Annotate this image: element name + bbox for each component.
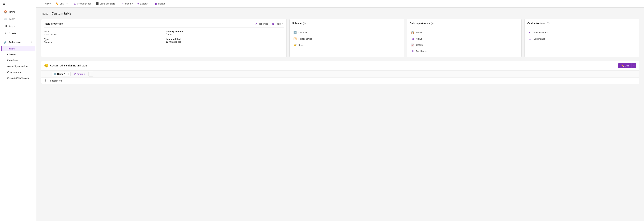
export-icon: ➡ bbox=[137, 2, 139, 5]
bottom-edit-button[interactable]: ✏️ Edit bbox=[618, 63, 632, 68]
sidebar: ☰ 🏠 Home 📖 Learn ⊞ Apps ＋ Create 🔗 Datav… bbox=[0, 0, 36, 221]
breadcrumb-current: Custom table bbox=[52, 12, 71, 16]
tools-icon: 🗂 bbox=[272, 22, 274, 25]
sidebar-sub-item-azure-synapse[interactable]: Azure Synapse Link bbox=[1, 64, 35, 69]
name-value: Custom table bbox=[44, 33, 162, 36]
learn-icon: 📖 bbox=[4, 17, 7, 21]
sidebar-item-learn[interactable]: 📖 Learn bbox=[1, 16, 35, 22]
relationships-label: Relationships bbox=[298, 38, 312, 40]
sidebar-item-create-label: Create bbox=[9, 32, 16, 35]
import-label: Import bbox=[124, 3, 131, 5]
sort-icon[interactable]: ↑ bbox=[66, 73, 67, 75]
sidebar-item-dataverse[interactable]: 🔗 Dataverse ∧ bbox=[1, 39, 35, 46]
dataverse-icon: 🔗 bbox=[4, 41, 7, 44]
toolbar-sep-1 bbox=[71, 2, 71, 6]
dashboards-label: Dashboards bbox=[416, 50, 428, 53]
bottom-title: 🙂 Custom table columns and data bbox=[44, 64, 87, 68]
create-app-label: Create an app bbox=[77, 3, 91, 5]
bottom-edit-icon: ✏️ bbox=[621, 64, 624, 67]
breadcrumb-parent[interactable]: Tables bbox=[41, 12, 48, 15]
create-icon: ＋ bbox=[4, 32, 7, 35]
toolbar-sep-2 bbox=[118, 2, 118, 6]
data-exp-item-charts[interactable]: 📈 Charts bbox=[410, 42, 519, 48]
name-col-label: Name * bbox=[57, 73, 65, 75]
customizations-items: ⚙ Business rules ☰ Commands bbox=[527, 30, 636, 42]
bottom-section-header: 🙂 Custom table columns and data ✏️ Edit … bbox=[41, 61, 639, 71]
import-button[interactable]: ⬅ Import ▾ bbox=[120, 2, 134, 6]
schema-item-keys[interactable]: 🔑 Keys bbox=[292, 42, 401, 48]
commands-label: Commands bbox=[534, 38, 545, 40]
apps-icon: ⊞ bbox=[4, 24, 7, 28]
col-dropdown-icon[interactable]: ∨ bbox=[68, 73, 69, 75]
row-checkbox[interactable] bbox=[46, 79, 48, 82]
schema-info-icon[interactable]: i bbox=[303, 22, 306, 25]
more-cols-button[interactable]: +17 more ▾ bbox=[72, 72, 87, 76]
table-row: First record bbox=[41, 78, 639, 84]
props-grid: Name Custom table Primary column Name Ty… bbox=[44, 30, 284, 44]
new-icon: ＋ bbox=[42, 2, 44, 5]
customizations-header: Customizations i bbox=[527, 22, 636, 27]
sidebar-sub-item-choices[interactable]: Choices bbox=[1, 52, 35, 57]
data-exp-item-dashboards[interactable]: ⊞ Dashboards bbox=[410, 48, 519, 54]
using-table-button[interactable]: ⬛ Using this table bbox=[94, 2, 117, 6]
delete-button[interactable]: 🗑 Delete bbox=[153, 2, 167, 6]
data-experiences-info-icon[interactable]: i bbox=[431, 22, 434, 25]
sidebar-item-apps-label: Apps bbox=[9, 25, 14, 28]
dataverse-chevron-icon: ∧ bbox=[31, 41, 32, 44]
table-properties-actions: ⚙ Properties 🗂 Tools ▾ bbox=[254, 22, 284, 26]
sidebar-sub-item-connections[interactable]: Connections bbox=[1, 69, 35, 75]
sidebar-sub-dataflows-label: Dataflows bbox=[7, 59, 18, 62]
schema-item-columns[interactable]: 🔤 Columns bbox=[292, 30, 401, 36]
create-app-button[interactable]: ⊞ Create an app bbox=[72, 2, 93, 6]
type-label: Type bbox=[44, 38, 162, 41]
export-label: Export bbox=[140, 3, 146, 5]
data-experiences-card: Data experiences i 📋 Forms 🗂 Views 📈 bbox=[407, 19, 522, 57]
bottom-edit-dropdown[interactable]: ▾ bbox=[632, 63, 636, 68]
sidebar-item-dataverse-label: Dataverse bbox=[9, 41, 20, 44]
sidebar-item-apps[interactable]: ⊞ Apps bbox=[1, 23, 35, 30]
charts-icon: 📈 bbox=[411, 44, 414, 47]
custom-item-business-rules[interactable]: ⚙ Business rules bbox=[527, 30, 636, 36]
bottom-emoji: 🙂 bbox=[44, 64, 48, 68]
edit-button[interactable]: ✏️ Edit | ▾ bbox=[54, 2, 69, 6]
add-column-button[interactable]: + bbox=[88, 72, 93, 77]
data-exp-item-views[interactable]: 🗂 Views bbox=[410, 36, 519, 42]
more-cols-label: +17 more bbox=[74, 73, 83, 75]
last-modified-label: Last modified bbox=[166, 38, 284, 41]
sidebar-sub-item-dataflows[interactable]: Dataflows bbox=[1, 58, 35, 63]
customizations-info-icon[interactable]: i bbox=[547, 22, 550, 25]
import-dropdown-icon: ▾ bbox=[132, 3, 133, 5]
properties-icon: ⚙ bbox=[255, 22, 257, 25]
delete-icon: 🗑 bbox=[155, 2, 158, 5]
commands-icon: ☰ bbox=[528, 37, 532, 41]
using-table-icon: ⬛ bbox=[96, 2, 99, 5]
sidebar-sub-connections-label: Connections bbox=[7, 71, 21, 74]
type-value: Standard bbox=[44, 41, 162, 44]
tools-button[interactable]: 🗂 Tools ▾ bbox=[271, 22, 284, 26]
using-table-label: Using this table bbox=[100, 3, 115, 5]
tools-label: Tools bbox=[276, 23, 280, 25]
sidebar-sub-item-custom-connectors[interactable]: Custom Connectors bbox=[1, 75, 35, 81]
breadcrumb-separator: › bbox=[50, 13, 50, 15]
sidebar-item-home[interactable]: 🏠 Home bbox=[1, 9, 35, 15]
edit-label: Edit bbox=[60, 3, 64, 5]
export-button[interactable]: ➡ Export ▾ bbox=[135, 2, 150, 6]
data-exp-item-forms[interactable]: 📋 Forms bbox=[410, 30, 519, 36]
schema-item-relationships[interactable]: 🔀 Relationships bbox=[292, 36, 401, 42]
new-button[interactable]: ＋ New ▾ bbox=[40, 1, 53, 6]
bottom-title-text: Custom table columns and data bbox=[50, 64, 87, 67]
forms-label: Forms bbox=[416, 31, 422, 34]
sidebar-item-create[interactable]: ＋ Create bbox=[1, 30, 35, 37]
sidebar-item-home-label: Home bbox=[9, 11, 16, 13]
table-properties-title: Table properties bbox=[44, 22, 63, 25]
custom-item-commands[interactable]: ☰ Commands bbox=[527, 36, 636, 42]
properties-button[interactable]: ⚙ Properties bbox=[254, 22, 269, 26]
data-experiences-items: 📋 Forms 🗂 Views 📈 Charts ⊞ Dashboards bbox=[410, 30, 519, 54]
last-modified-prop: Last modified 12 minutes ago bbox=[166, 38, 284, 44]
name-label: Name bbox=[44, 30, 162, 33]
sidebar-sub-item-tables[interactable]: Tables bbox=[1, 46, 35, 51]
relationships-icon: 🔀 bbox=[294, 37, 297, 41]
hamburger-menu[interactable]: ☰ bbox=[0, 2, 36, 8]
views-icon: 🗂 bbox=[411, 37, 414, 40]
col-type-icon: 🔤 bbox=[54, 73, 56, 75]
